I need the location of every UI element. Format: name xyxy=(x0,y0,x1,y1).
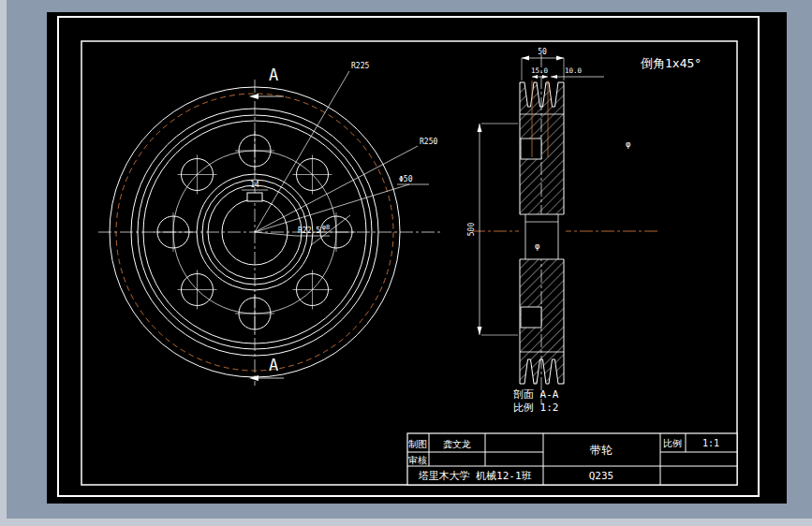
cad-canvas: A A R225 R250 Φ50 R22.5 14 φ8 xyxy=(0,0,812,526)
dim-diameter: 500 xyxy=(467,223,476,237)
cad-viewport: A A R225 R250 Φ50 R22.5 14 φ8 xyxy=(0,0,812,526)
drafter-name: 龚文龙 xyxy=(443,439,471,449)
dim-phi50: Φ50 xyxy=(399,175,413,183)
dim-r225: R225 xyxy=(351,62,369,70)
dim-r250: R250 xyxy=(420,138,437,146)
scale-value: 1:1 xyxy=(702,438,719,448)
organization: 塔里木大学 机械12-1班 xyxy=(418,470,531,482)
bore-strip xyxy=(519,214,566,259)
section-letter-top: A xyxy=(269,66,278,84)
phi-symbol-upper: φ xyxy=(626,139,631,149)
dim-width: 50 xyxy=(538,48,547,56)
material: Q235 xyxy=(589,470,614,482)
phi-symbol-lower: φ xyxy=(535,241,540,251)
drafter-label: 制图 xyxy=(408,439,427,449)
keyway xyxy=(247,193,262,201)
title-block: 制图 龚文龙 审核 带轮 比例 1:1 塔里木大学 机械12-1班 Q235 xyxy=(407,433,737,485)
chamfer-note: 倒角1x45° xyxy=(641,56,701,70)
hub-notch-lower xyxy=(521,307,541,328)
dim-edge-offset: 10.0 xyxy=(565,66,583,75)
bottom-scrollbar[interactable] xyxy=(0,519,812,526)
dim-keyway-width: 14 xyxy=(250,181,259,189)
section-caption-2: 比例 1:2 xyxy=(513,402,559,414)
scale-label: 比例 xyxy=(663,438,682,448)
hub-notch-upper xyxy=(521,139,541,159)
dim-r22-5: R22.5 xyxy=(298,226,320,235)
part-name: 带轮 xyxy=(590,444,613,457)
dim-hole: φ8 xyxy=(322,224,330,231)
section-letter-bottom: A xyxy=(269,356,278,374)
left-scrollbar[interactable] xyxy=(0,0,7,526)
checker-label: 审核 xyxy=(408,455,427,465)
section-caption-1: 剖面 A-A xyxy=(513,388,559,401)
drawing-sheet xyxy=(47,12,787,504)
dim-groove-pitch: 15.0 xyxy=(531,66,549,75)
